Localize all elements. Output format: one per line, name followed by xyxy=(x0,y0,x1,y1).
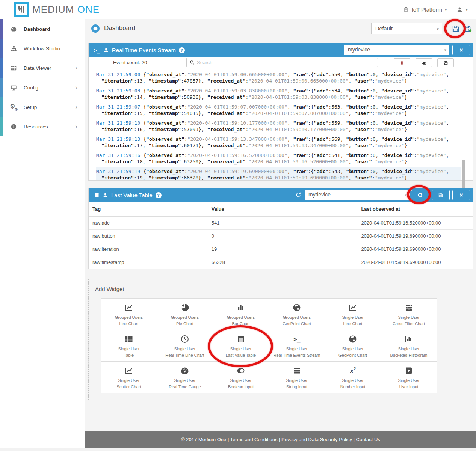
lvt-help-icon[interactable]: ? xyxy=(156,192,162,198)
play-square-icon xyxy=(404,366,413,376)
table-row: raw:iteration192020-04-01T01:59:19.69000… xyxy=(89,243,473,256)
events-widget-header: >_ Real Time Events Stream ? ▾ × xyxy=(89,43,473,57)
sidebar-accent-strip xyxy=(0,19,3,39)
add-widget-grid: Grouped UsersLine ChartGrouped UsersPie … xyxy=(101,298,437,393)
add-widget-grouped-users-bar-chart[interactable]: Grouped UsersBar Chart xyxy=(213,299,269,330)
sidebar-accent-strip xyxy=(0,97,3,117)
save-dashboard-button[interactable] xyxy=(452,24,460,33)
sidebar-item-dashboard[interactable]: Dashboard xyxy=(0,19,85,39)
search-icon xyxy=(190,60,195,65)
cross-filter-icon xyxy=(404,303,413,312)
sidebar-accent-strip xyxy=(0,39,3,58)
add-widget-grouped-users-pie-chart[interactable]: Grouped UsersPie Chart xyxy=(157,299,213,330)
lines-icon xyxy=(292,366,301,376)
widget-label-line1: Single User xyxy=(398,315,420,320)
clock-icon xyxy=(180,334,189,344)
add-widget-single-user-cross-filter-chart[interactable]: Single UserCross Filter Chart xyxy=(381,299,437,330)
sidebar-item-data-viewer[interactable]: Data Viewer› xyxy=(0,58,85,78)
footer-link-privacy-and-data-security-policy[interactable]: Privacy and Data Security Policy xyxy=(281,437,352,442)
events-close-button[interactable]: × xyxy=(452,45,470,55)
footer-link-contact-us[interactable]: Contact Us xyxy=(356,437,380,442)
events-device-input[interactable] xyxy=(344,45,436,54)
events-search-input[interactable] xyxy=(197,60,378,65)
chevron-right-icon: › xyxy=(75,103,77,111)
widget-label-line2: GeoPoint Chart xyxy=(338,353,367,357)
gauge-icon xyxy=(11,26,17,32)
widget-label-line1: Single User xyxy=(342,315,364,320)
add-widget-single-user-bucketed-histogram[interactable]: Single UserBucketed Histogram xyxy=(381,330,437,362)
lvt-device-input[interactable] xyxy=(305,190,397,199)
brand-logo[interactable]: MEDIUM ONE xyxy=(14,2,100,17)
footer-link-terms-and-conditions[interactable]: Terms and Conditions xyxy=(230,437,278,442)
gauge-icon xyxy=(180,366,189,376)
sitemap-icon xyxy=(11,45,17,52)
add-widget-single-user-line-chart[interactable]: Single UserLine Chart xyxy=(325,299,381,330)
add-widget-grouped-users-geopoint-chart[interactable]: Grouped UsersGeoPoint Chart xyxy=(269,299,325,330)
save-icon xyxy=(438,193,443,198)
export-stream-button[interactable] xyxy=(437,58,454,67)
add-widget-single-user-real-time-line-chart[interactable]: Single UserReal Time Line Chart xyxy=(157,330,213,362)
add-widget-single-user-real-time-events-stream[interactable]: >_Single UserReal Time Events Stream xyxy=(269,330,325,362)
user-menu[interactable]: ▾ xyxy=(456,6,468,13)
widget-label-line1: Grouped Users xyxy=(283,315,311,320)
cell-tag: raw:adc xyxy=(89,216,208,229)
add-widget-single-user-string-input[interactable]: Single UserString Input xyxy=(269,362,325,393)
clear-stream-button[interactable] xyxy=(416,58,432,67)
widget-label-line1: Single User xyxy=(230,378,252,383)
lvt-save-button[interactable] xyxy=(432,190,450,200)
sidebar-item-label: Data Viewer xyxy=(24,65,51,71)
add-widget-single-user-geopoint-chart[interactable]: Single UserGeoPoint Chart xyxy=(325,330,381,362)
save-new-dashboard-button[interactable] xyxy=(464,24,472,33)
table-row: raw:timestamp663282020-04-01T01:59:19.69… xyxy=(89,256,473,269)
add-widget-single-user-user-input[interactable]: Single UserUser Input xyxy=(381,362,437,393)
lvt-widget-header: Last Value Table ? ▾ ⚙ × xyxy=(89,188,473,202)
widget-label-line2: Table xyxy=(124,353,134,357)
widget-label-line2: Last Value Table xyxy=(226,353,256,357)
globe-icon xyxy=(292,303,301,312)
lvt-refresh-button[interactable] xyxy=(295,192,301,198)
cell-last-observed: 2020-04-01T01:59:19.690000+00:00 xyxy=(357,243,473,256)
lvt-close-button[interactable]: × xyxy=(452,190,470,200)
lvt-settings-button[interactable]: ⚙ xyxy=(411,190,429,200)
dashboard-selector-input[interactable] xyxy=(372,23,432,34)
add-widget-single-user-last-value-table[interactable]: Single UserLast Value Table xyxy=(213,330,269,362)
cell-last-observed: 2020-04-01T01:59:19.690000+00:00 xyxy=(357,229,473,243)
building-icon xyxy=(403,7,409,13)
events-log: Mar 31 21:59:00 {"observed_at":"2020-04-… xyxy=(89,68,473,180)
page-header: Dashboard ▾ xyxy=(85,19,476,38)
lvt-device-selector[interactable]: ▾ xyxy=(305,190,410,200)
sidebar-item-workflow-studio[interactable]: Workflow Studio xyxy=(0,39,85,58)
add-widget-single-user-table[interactable]: Single UserTable xyxy=(101,330,157,362)
widget-label-line2: Cross Filter Chart xyxy=(393,321,425,326)
add-widget-grouped-users-line-chart[interactable]: Grouped UsersLine Chart xyxy=(101,299,157,330)
pause-stream-button[interactable] xyxy=(394,58,410,67)
cell-value: 541 xyxy=(208,216,358,229)
widget-label-line1: Single User xyxy=(398,378,420,383)
sidebar-item-setup[interactable]: ⚙⚙Setup› xyxy=(0,97,85,117)
table-icon xyxy=(124,334,133,344)
add-widget-title: Add Widget xyxy=(95,286,124,292)
add-widget-single-user-scatter-chart[interactable]: Single UserScatter Chart xyxy=(101,362,157,393)
dashboard-selector[interactable]: ▾ xyxy=(371,23,442,34)
info-icon xyxy=(11,124,17,130)
add-widget-single-user-number-input[interactable]: x2Single UserNumber Input xyxy=(325,362,381,393)
sidebar-item-config[interactable]: Config› xyxy=(0,78,85,97)
caret-down-icon: ▾ xyxy=(437,27,439,32)
events-device-selector[interactable]: ▾ xyxy=(344,45,449,55)
close-icon: × xyxy=(459,192,463,198)
lvt-widget-title: Last Value Table xyxy=(111,192,153,198)
platform-menu[interactable]: IoT Platform ▾ xyxy=(403,6,447,13)
widget-label-line2: Bucketed Histogram xyxy=(390,353,427,357)
column-header-last-observed-at: Last observed at xyxy=(357,202,473,216)
pie-chart-icon xyxy=(180,303,189,312)
add-widget-single-user-real-time-gauge[interactable]: Single UserReal Time Gauge xyxy=(157,362,213,393)
horizontal-scrollbar[interactable] xyxy=(0,448,476,451)
sidebar-item-resources[interactable]: Resources› xyxy=(0,117,85,136)
line-chart-icon xyxy=(124,366,133,376)
events-help-icon[interactable]: ? xyxy=(179,47,185,53)
add-widget-single-user-boolean-input[interactable]: Single UserBoolean Input xyxy=(213,362,269,393)
chevron-right-icon: › xyxy=(75,84,77,91)
cell-value: 66328 xyxy=(208,256,358,269)
events-stream-widget: >_ Real Time Events Stream ? ▾ × Event c… xyxy=(88,43,473,181)
pause-icon xyxy=(400,60,404,65)
